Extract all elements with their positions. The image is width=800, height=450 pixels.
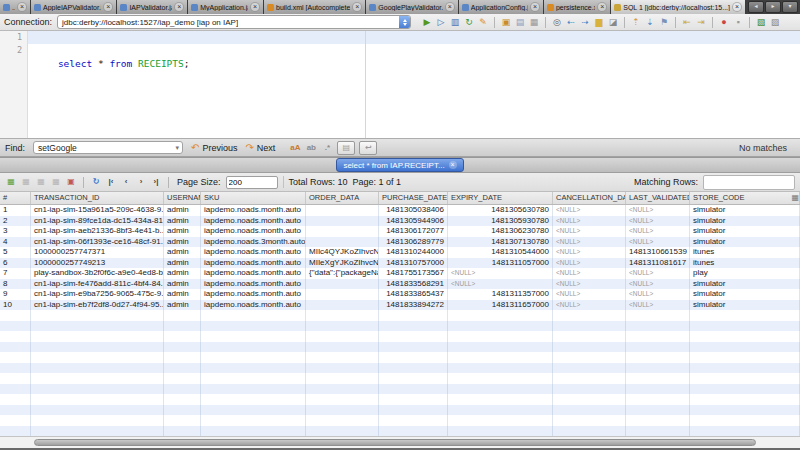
table-cell[interactable] — [690, 426, 800, 437]
table-cell[interactable] — [0, 331, 31, 342]
tab-close-icon[interactable]: × — [174, 2, 184, 12]
column-header[interactable]: STORE_CODE — [690, 192, 800, 204]
table-cell[interactable] — [164, 310, 201, 321]
column-header[interactable]: ORDER_DATA — [306, 192, 379, 204]
table-cell[interactable]: 7 — [0, 268, 31, 279]
table-cell[interactable] — [164, 394, 201, 405]
insert-record-icon[interactable]: ▦ — [5, 176, 17, 188]
table-cell[interactable] — [448, 331, 553, 342]
table-cell[interactable] — [379, 342, 448, 353]
column-header[interactable]: CANCELLATION_DATE — [553, 192, 626, 204]
table-cell[interactable] — [690, 394, 800, 405]
column-header[interactable]: PURCHASE_DATE — [379, 192, 448, 204]
table-cell[interactable]: cn1-iap-sim-eb7f2df8-0d27-4f94-95... — [31, 300, 164, 311]
table-cell[interactable]: <NULL> — [626, 205, 690, 216]
table-cell[interactable] — [553, 363, 626, 374]
table-cell[interactable] — [164, 373, 201, 384]
toolbar-separator[interactable] — [494, 17, 495, 28]
tab-close-icon[interactable]: × — [17, 2, 27, 12]
table-cell[interactable]: 1481305630780 — [448, 205, 553, 216]
table-cell[interactable]: 1481310661539 — [626, 247, 690, 258]
table-cell[interactable] — [690, 415, 800, 426]
table-cell[interactable] — [0, 394, 31, 405]
table-cell[interactable]: simulator — [690, 279, 800, 290]
table-cell[interactable] — [690, 331, 800, 342]
table-cell[interactable] — [379, 352, 448, 363]
previous-page-icon[interactable]: ‹ — [120, 176, 132, 188]
refresh-records-icon[interactable]: ↻ — [90, 176, 102, 188]
table-cell[interactable] — [201, 363, 306, 374]
find-input[interactable]: setGoogle ▾ — [33, 141, 183, 154]
table-cell[interactable] — [306, 289, 379, 300]
table-cell[interactable] — [379, 405, 448, 416]
table-cell[interactable] — [306, 384, 379, 395]
table-cell[interactable] — [164, 352, 201, 363]
table-cell[interactable]: <NULL> — [448, 279, 553, 290]
table-cell[interactable]: iapdemo.noads.month.auto — [201, 289, 306, 300]
table-cell[interactable] — [201, 331, 306, 342]
table-cell[interactable]: 1481311657000 — [448, 300, 553, 311]
column-header[interactable]: EXPIRY_DATE — [448, 192, 553, 204]
table-cell[interactable] — [164, 384, 201, 395]
table-cell[interactable] — [0, 310, 31, 321]
sql-editor[interactable]: 12 select * from RECEIPTS; — [0, 31, 800, 138]
table-cell[interactable]: itunes — [690, 247, 800, 258]
table-cell[interactable]: 1 — [0, 205, 31, 216]
wrap-search-icon[interactable]: ↩ — [359, 141, 377, 155]
table-cell[interactable] — [448, 342, 553, 353]
table-cell[interactable]: admin — [164, 300, 201, 311]
table-cell[interactable]: admin — [164, 226, 201, 237]
table-cell[interactable] — [0, 415, 31, 426]
table-cell[interactable]: admin — [164, 289, 201, 300]
table-cell[interactable] — [306, 226, 379, 237]
scrollbar-thumb[interactable] — [34, 439, 756, 446]
table-row[interactable] — [0, 352, 800, 363]
table-cell[interactable]: 1481305930780 — [448, 216, 553, 227]
table-cell[interactable]: <NULL> — [626, 216, 690, 227]
table-row[interactable] — [0, 426, 800, 437]
table-cell[interactable]: 1481306230780 — [448, 226, 553, 237]
editor-tab[interactable]: persistence.xml × — [544, 0, 611, 14]
table-cell[interactable] — [553, 331, 626, 342]
table-cell[interactable] — [31, 405, 164, 416]
table-cell[interactable] — [448, 426, 553, 437]
previous-occurrence-icon[interactable]: ⇡ — [630, 16, 642, 28]
toolbar-separator[interactable] — [675, 17, 676, 28]
table-cell[interactable] — [690, 352, 800, 363]
run-sql-icon[interactable]: ▶ — [421, 16, 433, 28]
toolbar-separator[interactable] — [545, 17, 546, 28]
table-cell[interactable] — [0, 363, 31, 374]
select-occurrence-icon[interactable]: ◪ — [607, 16, 619, 28]
editor-tab[interactable]: ApplicationConfig.java × — [459, 0, 544, 14]
run-statement-icon[interactable]: ▷ — [435, 16, 447, 28]
table-cell[interactable]: <NULL> — [553, 258, 626, 269]
table-cell[interactable] — [626, 426, 690, 437]
table-cell[interactable] — [164, 321, 201, 332]
table-cell[interactable] — [379, 394, 448, 405]
column-selector-icon[interactable]: ▦ — [791, 193, 799, 202]
table-cell[interactable]: 1481311057000 — [448, 258, 553, 269]
table-cell[interactable] — [448, 363, 553, 374]
column-header[interactable]: LAST_VALIDATED — [626, 192, 690, 204]
table-cell[interactable] — [626, 373, 690, 384]
table-cell[interactable] — [690, 384, 800, 395]
connection-combo[interactable]: jdbc:derby://localhost:1527/iap_demo [ia… — [57, 15, 411, 29]
table-cell[interactable] — [306, 331, 379, 342]
first-page-icon[interactable]: |‹ — [105, 176, 117, 188]
table-cell[interactable]: 1481310544000 — [448, 247, 553, 258]
table-cell[interactable]: simulator — [690, 205, 800, 216]
table-cell[interactable] — [626, 384, 690, 395]
commit-changes-icon[interactable]: ▦ — [35, 176, 47, 188]
table-cell[interactable]: admin — [164, 258, 201, 269]
table-cell[interactable]: admin — [164, 268, 201, 279]
table-cell[interactable] — [379, 373, 448, 384]
column-header[interactable]: USERNAME — [164, 192, 201, 204]
matching-rows-input[interactable] — [703, 175, 795, 190]
table-cell[interactable]: admin — [164, 247, 201, 258]
table-row[interactable]: 51000000257747371adminiapdemo.noads.mont… — [0, 247, 800, 258]
table-cell[interactable]: 1481755173567 — [379, 268, 448, 279]
shift-left-icon[interactable]: ⇤ — [681, 16, 693, 28]
table-cell[interactable]: 1481833894272 — [379, 300, 448, 311]
table-cell[interactable] — [553, 373, 626, 384]
table-cell[interactable] — [379, 363, 448, 374]
